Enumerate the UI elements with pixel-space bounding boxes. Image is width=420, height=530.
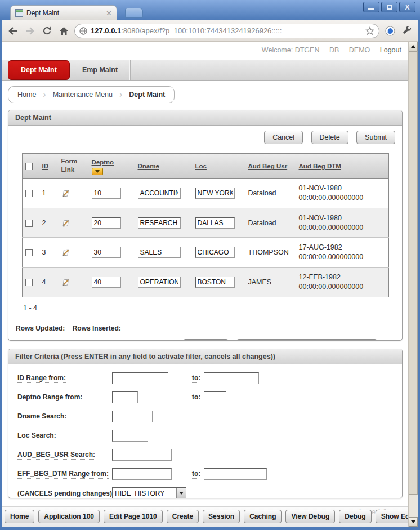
forward-icon[interactable]: [24, 25, 36, 37]
dname-input[interactable]: [138, 247, 181, 258]
loc-input[interactable]: [195, 247, 235, 258]
row-checkbox[interactable]: [25, 279, 33, 286]
rows-inserted-label: Rows Inserted:: [73, 324, 121, 333]
cancel-button[interactable]: Cancel: [264, 131, 303, 144]
scrollbar-thumb[interactable]: [409, 51, 418, 495]
loc-input[interactable]: [195, 188, 235, 199]
reload-icon[interactable]: [41, 25, 53, 37]
loc-input[interactable]: [195, 277, 235, 288]
vertical-scrollbar[interactable]: [408, 42, 418, 527]
dev-home-button[interactable]: Home: [5, 510, 34, 523]
tab-dept-maint[interactable]: Dept Maint: [8, 60, 70, 80]
eff-beg-dtm-to-input[interactable]: [204, 468, 267, 480]
url-bar[interactable]: 127.0.0.1:8080/apex/f?p=100:1010:7443413…: [74, 24, 379, 38]
new-tab-button[interactable]: [125, 8, 143, 18]
db-link[interactable]: DB: [329, 46, 339, 54]
minimize-button[interactable]: [363, 2, 379, 12]
loc-input[interactable]: [195, 217, 235, 229]
row-checkbox[interactable]: [25, 190, 33, 197]
chevron-right-icon: ›: [43, 90, 46, 99]
history-select[interactable]: HIDE_HISTORY: [112, 487, 186, 498]
row-checkbox[interactable]: [25, 220, 33, 227]
logout-link[interactable]: Logout: [380, 46, 401, 54]
home-icon[interactable]: [57, 25, 70, 37]
scrollbar-track[interactable]: [409, 495, 418, 517]
apex-page: Welcome: DTGEN DB DEMO Logout Dept Maint…: [2, 42, 408, 527]
select-all-checkbox[interactable]: [25, 163, 33, 170]
column-header-dname[interactable]: Dname: [138, 162, 159, 171]
delete-button[interactable]: Delete: [311, 131, 348, 144]
column-header-loc[interactable]: Loc: [195, 162, 207, 171]
close-button[interactable]: X: [399, 2, 415, 12]
browser-window: Dept Maint ✕ X 127.0.0.1:8080/apex/f?p=1…: [0, 0, 420, 530]
edit-pencil-icon[interactable]: [61, 248, 86, 257]
aud-beg-dtm-value: 01-NOV-198000:00:00.000000000: [296, 208, 389, 238]
cancel-create-new-row-button[interactable]: Cancel and Create New Row with Form: [236, 339, 377, 341]
dev-application-button[interactable]: Application 100: [38, 510, 100, 523]
filter-row-dname: Dname Search:: [17, 411, 395, 422]
tab-emp-maint[interactable]: Emp Maint: [70, 60, 131, 80]
dev-create-button[interactable]: Create: [167, 510, 199, 523]
breadcrumb-maintenance-menu[interactable]: Maintenance Menu: [53, 91, 113, 99]
chevron-right-icon: ›: [119, 90, 122, 99]
browser-viewport: Welcome: DTGEN DB DEMO Logout Dept Maint…: [2, 42, 418, 527]
deptno-range-to-input[interactable]: [204, 391, 226, 403]
filter-region-title: Filter Criteria (Press ENTER in any fiel…: [8, 349, 402, 364]
extension-icon[interactable]: [384, 25, 396, 37]
dname-input[interactable]: [138, 277, 181, 288]
row-id: 1: [39, 178, 59, 208]
rows-status: Rows Updated: Rows Inserted:: [16, 324, 402, 332]
filter-row-deptno-range: Deptno Range from: to:: [17, 391, 395, 403]
dname-input[interactable]: [138, 188, 181, 199]
column-header-aud-beg-dtm[interactable]: Aud Beg DTM: [299, 162, 341, 171]
scroll-up-icon[interactable]: [409, 42, 418, 51]
submit-button[interactable]: Submit: [356, 131, 395, 144]
bookmark-star-icon[interactable]: [365, 26, 374, 35]
deptno-input[interactable]: [92, 277, 121, 288]
favicon-icon: [15, 9, 23, 17]
aud-beg-usr-search-input[interactable]: [112, 449, 172, 461]
column-header-deptno[interactable]: Deptno: [92, 158, 114, 167]
aud-beg-usr-value: THOMPSON: [245, 238, 296, 268]
dev-show-edit-links-button[interactable]: Show Edit Links: [376, 510, 408, 523]
welcome-text: Welcome: DTGEN: [262, 46, 320, 54]
dev-debug-button[interactable]: Debug: [339, 510, 371, 523]
deptno-range-from-input[interactable]: [112, 391, 138, 403]
id-range-label: ID Range from:: [17, 374, 66, 383]
select-dropdown-icon[interactable]: [176, 488, 186, 498]
wrench-icon[interactable]: [401, 25, 413, 37]
edit-pencil-icon[interactable]: [61, 278, 86, 287]
dev-view-debug-button[interactable]: View Debug: [285, 510, 335, 523]
loc-search-input[interactable]: [112, 430, 148, 442]
eff-beg-dtm-from-input[interactable]: [112, 468, 172, 480]
region-title: Dept Maint: [8, 110, 402, 126]
row-checkbox[interactable]: [25, 249, 33, 256]
column-header-id[interactable]: ID: [42, 162, 49, 171]
breadcrumb-home[interactable]: Home: [17, 91, 36, 99]
id-range-from-input[interactable]: [112, 372, 168, 384]
aud-beg-dtm-value: 12-FEB-198200:00:00.000000000: [296, 268, 389, 297]
rows-updated-label: Rows Updated:: [16, 324, 65, 333]
dev-session-button[interactable]: Session: [203, 510, 240, 523]
scroll-down-icon[interactable]: [409, 517, 418, 527]
dname-search-input[interactable]: [112, 411, 153, 422]
tab-close-icon[interactable]: ✕: [106, 10, 112, 17]
edit-pencil-icon[interactable]: [61, 219, 86, 228]
dev-edit-page-button[interactable]: Edit Page 1010: [104, 510, 163, 523]
edit-pencil-icon[interactable]: [61, 189, 86, 198]
back-icon[interactable]: [7, 25, 19, 37]
browser-tab[interactable]: Dept Maint ✕: [10, 5, 117, 20]
id-range-to-input[interactable]: [204, 372, 259, 384]
deptno-input[interactable]: [92, 188, 121, 199]
schema-link[interactable]: DEMO: [349, 46, 370, 54]
deptno-input[interactable]: [92, 247, 121, 258]
maximize-button[interactable]: [381, 2, 397, 12]
cancels-pending-label: (CANCELS pending changes): [17, 489, 112, 498]
dname-input[interactable]: [138, 217, 181, 229]
column-header-aud-beg-usr[interactable]: Aud Beg Usr: [248, 162, 288, 171]
dev-caching-button[interactable]: Caching: [244, 510, 282, 523]
add-row-button[interactable]: Add Row: [183, 339, 229, 341]
sort-desc-icon[interactable]: [92, 168, 103, 175]
deptno-input[interactable]: [92, 217, 121, 229]
app-tab-bar: Dept Maint Emp Maint: [2, 60, 408, 81]
